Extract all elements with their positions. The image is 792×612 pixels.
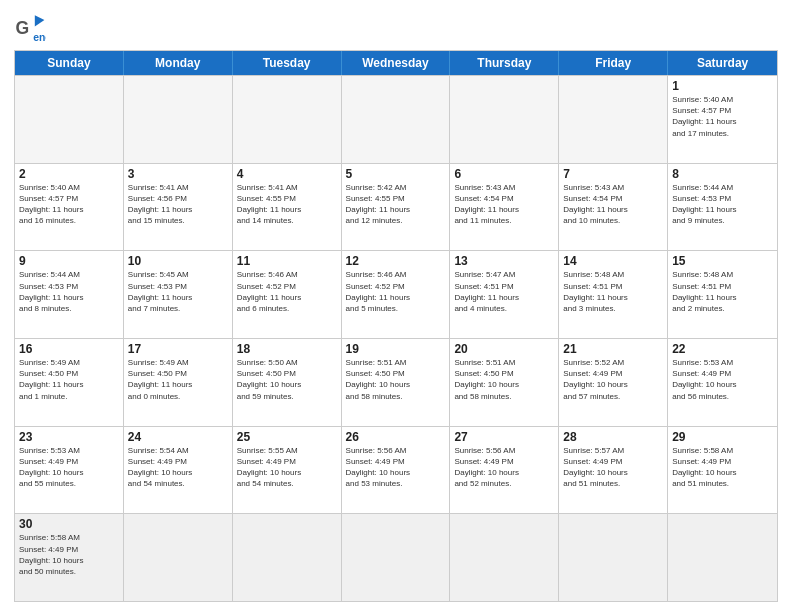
day-number: 26 — [346, 430, 446, 444]
calendar-cell — [233, 514, 342, 601]
page: G eneral SundayMondayTuesdayWednesdayThu… — [0, 0, 792, 612]
day-info: Sunrise: 5:48 AM Sunset: 4:51 PM Dayligh… — [563, 269, 663, 314]
header-day-tuesday: Tuesday — [233, 51, 342, 75]
calendar-header: SundayMondayTuesdayWednesdayThursdayFrid… — [15, 51, 777, 75]
calendar-cell: 29Sunrise: 5:58 AM Sunset: 4:49 PM Dayli… — [668, 427, 777, 514]
day-number: 22 — [672, 342, 773, 356]
calendar-row-6: 30Sunrise: 5:58 AM Sunset: 4:49 PM Dayli… — [15, 513, 777, 601]
header-day-wednesday: Wednesday — [342, 51, 451, 75]
day-info: Sunrise: 5:58 AM Sunset: 4:49 PM Dayligh… — [672, 445, 773, 490]
day-number: 14 — [563, 254, 663, 268]
day-info: Sunrise: 5:54 AM Sunset: 4:49 PM Dayligh… — [128, 445, 228, 490]
calendar-body: 1Sunrise: 5:40 AM Sunset: 4:57 PM Daylig… — [15, 75, 777, 601]
day-info: Sunrise: 5:48 AM Sunset: 4:51 PM Dayligh… — [672, 269, 773, 314]
calendar-cell: 27Sunrise: 5:56 AM Sunset: 4:49 PM Dayli… — [450, 427, 559, 514]
calendar-cell — [450, 514, 559, 601]
calendar-cell: 17Sunrise: 5:49 AM Sunset: 4:50 PM Dayli… — [124, 339, 233, 426]
calendar-cell: 26Sunrise: 5:56 AM Sunset: 4:49 PM Dayli… — [342, 427, 451, 514]
day-info: Sunrise: 5:51 AM Sunset: 4:50 PM Dayligh… — [454, 357, 554, 402]
calendar-cell: 28Sunrise: 5:57 AM Sunset: 4:49 PM Dayli… — [559, 427, 668, 514]
day-info: Sunrise: 5:52 AM Sunset: 4:49 PM Dayligh… — [563, 357, 663, 402]
day-info: Sunrise: 5:57 AM Sunset: 4:49 PM Dayligh… — [563, 445, 663, 490]
calendar-cell: 22Sunrise: 5:53 AM Sunset: 4:49 PM Dayli… — [668, 339, 777, 426]
calendar-cell: 12Sunrise: 5:46 AM Sunset: 4:52 PM Dayli… — [342, 251, 451, 338]
calendar-cell: 19Sunrise: 5:51 AM Sunset: 4:50 PM Dayli… — [342, 339, 451, 426]
header-day-friday: Friday — [559, 51, 668, 75]
day-number: 30 — [19, 517, 119, 531]
day-info: Sunrise: 5:56 AM Sunset: 4:49 PM Dayligh… — [454, 445, 554, 490]
svg-text:G: G — [16, 18, 30, 38]
calendar-cell: 21Sunrise: 5:52 AM Sunset: 4:49 PM Dayli… — [559, 339, 668, 426]
calendar-cell: 8Sunrise: 5:44 AM Sunset: 4:53 PM Daylig… — [668, 164, 777, 251]
header-day-monday: Monday — [124, 51, 233, 75]
day-number: 18 — [237, 342, 337, 356]
calendar-cell: 10Sunrise: 5:45 AM Sunset: 4:53 PM Dayli… — [124, 251, 233, 338]
calendar-cell: 16Sunrise: 5:49 AM Sunset: 4:50 PM Dayli… — [15, 339, 124, 426]
day-number: 28 — [563, 430, 663, 444]
day-number: 8 — [672, 167, 773, 181]
day-number: 10 — [128, 254, 228, 268]
calendar-cell: 1Sunrise: 5:40 AM Sunset: 4:57 PM Daylig… — [668, 76, 777, 163]
calendar-cell: 30Sunrise: 5:58 AM Sunset: 4:49 PM Dayli… — [15, 514, 124, 601]
day-info: Sunrise: 5:58 AM Sunset: 4:49 PM Dayligh… — [19, 532, 119, 577]
day-info: Sunrise: 5:56 AM Sunset: 4:49 PM Dayligh… — [346, 445, 446, 490]
day-number: 16 — [19, 342, 119, 356]
calendar-cell: 9Sunrise: 5:44 AM Sunset: 4:53 PM Daylig… — [15, 251, 124, 338]
day-info: Sunrise: 5:46 AM Sunset: 4:52 PM Dayligh… — [346, 269, 446, 314]
day-number: 5 — [346, 167, 446, 181]
day-number: 23 — [19, 430, 119, 444]
day-number: 11 — [237, 254, 337, 268]
header-day-sunday: Sunday — [15, 51, 124, 75]
day-info: Sunrise: 5:50 AM Sunset: 4:50 PM Dayligh… — [237, 357, 337, 402]
calendar-cell: 5Sunrise: 5:42 AM Sunset: 4:55 PM Daylig… — [342, 164, 451, 251]
logo-icon: G eneral — [14, 12, 46, 44]
day-number: 4 — [237, 167, 337, 181]
day-number: 21 — [563, 342, 663, 356]
day-info: Sunrise: 5:46 AM Sunset: 4:52 PM Dayligh… — [237, 269, 337, 314]
calendar-cell: 13Sunrise: 5:47 AM Sunset: 4:51 PM Dayli… — [450, 251, 559, 338]
calendar-cell — [450, 76, 559, 163]
day-number: 17 — [128, 342, 228, 356]
day-info: Sunrise: 5:43 AM Sunset: 4:54 PM Dayligh… — [454, 182, 554, 227]
day-info: Sunrise: 5:42 AM Sunset: 4:55 PM Dayligh… — [346, 182, 446, 227]
day-number: 24 — [128, 430, 228, 444]
day-info: Sunrise: 5:41 AM Sunset: 4:55 PM Dayligh… — [237, 182, 337, 227]
day-info: Sunrise: 5:40 AM Sunset: 4:57 PM Dayligh… — [672, 94, 773, 139]
calendar-cell: 4Sunrise: 5:41 AM Sunset: 4:55 PM Daylig… — [233, 164, 342, 251]
calendar-row-4: 16Sunrise: 5:49 AM Sunset: 4:50 PM Dayli… — [15, 338, 777, 426]
calendar-cell: 6Sunrise: 5:43 AM Sunset: 4:54 PM Daylig… — [450, 164, 559, 251]
header: G eneral — [14, 12, 778, 44]
day-number: 6 — [454, 167, 554, 181]
calendar-cell: 14Sunrise: 5:48 AM Sunset: 4:51 PM Dayli… — [559, 251, 668, 338]
day-info: Sunrise: 5:51 AM Sunset: 4:50 PM Dayligh… — [346, 357, 446, 402]
calendar-cell — [342, 76, 451, 163]
day-number: 27 — [454, 430, 554, 444]
day-number: 12 — [346, 254, 446, 268]
day-number: 13 — [454, 254, 554, 268]
calendar-cell — [559, 76, 668, 163]
calendar-cell: 18Sunrise: 5:50 AM Sunset: 4:50 PM Dayli… — [233, 339, 342, 426]
day-number: 7 — [563, 167, 663, 181]
calendar-cell: 7Sunrise: 5:43 AM Sunset: 4:54 PM Daylig… — [559, 164, 668, 251]
day-number: 20 — [454, 342, 554, 356]
calendar-cell: 11Sunrise: 5:46 AM Sunset: 4:52 PM Dayli… — [233, 251, 342, 338]
day-info: Sunrise: 5:45 AM Sunset: 4:53 PM Dayligh… — [128, 269, 228, 314]
day-info: Sunrise: 5:40 AM Sunset: 4:57 PM Dayligh… — [19, 182, 119, 227]
calendar-row-5: 23Sunrise: 5:53 AM Sunset: 4:49 PM Dayli… — [15, 426, 777, 514]
calendar: SundayMondayTuesdayWednesdayThursdayFrid… — [14, 50, 778, 602]
calendar-cell: 25Sunrise: 5:55 AM Sunset: 4:49 PM Dayli… — [233, 427, 342, 514]
svg-marker-1 — [35, 15, 45, 26]
day-number: 15 — [672, 254, 773, 268]
logo: G eneral — [14, 12, 50, 44]
day-info: Sunrise: 5:53 AM Sunset: 4:49 PM Dayligh… — [672, 357, 773, 402]
day-number: 9 — [19, 254, 119, 268]
calendar-cell — [124, 514, 233, 601]
header-day-thursday: Thursday — [450, 51, 559, 75]
calendar-cell: 2Sunrise: 5:40 AM Sunset: 4:57 PM Daylig… — [15, 164, 124, 251]
calendar-cell: 15Sunrise: 5:48 AM Sunset: 4:51 PM Dayli… — [668, 251, 777, 338]
calendar-cell: 24Sunrise: 5:54 AM Sunset: 4:49 PM Dayli… — [124, 427, 233, 514]
day-number: 19 — [346, 342, 446, 356]
calendar-cell — [233, 76, 342, 163]
day-number: 25 — [237, 430, 337, 444]
day-number: 1 — [672, 79, 773, 93]
